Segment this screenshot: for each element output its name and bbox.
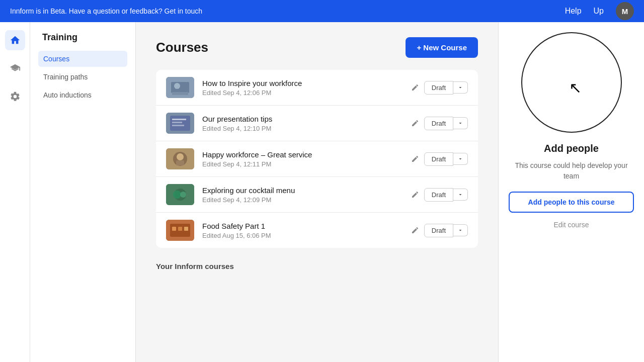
- courses-header: Courses + New Course: [156, 37, 478, 58]
- sidebar-home-icon[interactable]: [5, 30, 25, 50]
- right-panel: ↖ Add people This course could help deve…: [498, 22, 644, 362]
- banner-text: Innform is in Beta. Have a question or f…: [10, 7, 202, 15]
- course-thumbnail: [166, 220, 194, 241]
- add-people-description: This course could help develop your team: [509, 160, 634, 182]
- help-link[interactable]: Help: [565, 7, 582, 16]
- svg-rect-7: [172, 122, 182, 123]
- icon-sidebar: [0, 22, 30, 362]
- status-badge[interactable]: Draft: [424, 117, 453, 130]
- course-thumbnail: [166, 113, 194, 134]
- page-title: Courses: [156, 40, 208, 55]
- course-info: Exploring our cocktail menu Edited Sep 4…: [202, 186, 401, 204]
- svg-rect-6: [172, 119, 186, 120]
- nav-section-title: Training: [38, 32, 127, 43]
- course-actions: Draft: [409, 152, 468, 166]
- status-dropdown-button[interactable]: [453, 224, 468, 236]
- main-content: Courses + New Course How to Inspire your…: [136, 22, 498, 362]
- status-badge[interactable]: Draft: [424, 152, 453, 166]
- sidebar-settings-icon[interactable]: [5, 86, 25, 107]
- svg-rect-1: [171, 82, 189, 93]
- course-edit-button[interactable]: [409, 224, 421, 236]
- status-dropdown-button[interactable]: [453, 189, 468, 201]
- top-banner: Innform is in Beta. Have a question or f…: [0, 0, 644, 22]
- course-name: Our presentation tips: [202, 115, 401, 123]
- your-innform-label: Your Innform courses: [156, 262, 478, 270]
- course-item: Food Safety Part 1 Edited Aug 15, 6:06 P…: [156, 213, 478, 248]
- cursor-illustration: ↖: [521, 32, 622, 133]
- course-item: How to Inspire your workforce Edited Sep…: [156, 70, 478, 106]
- course-edit-button[interactable]: [409, 189, 421, 201]
- course-thumbnail: [166, 184, 194, 205]
- course-list: How to Inspire your workforce Edited Sep…: [156, 70, 478, 248]
- status-badge-wrap: Draft: [424, 152, 468, 166]
- course-name: Exploring our cocktail menu: [202, 186, 401, 195]
- course-info: Our presentation tips Edited Sep 4, 12:1…: [202, 115, 401, 132]
- svg-rect-12: [176, 160, 184, 165]
- course-actions: Draft: [409, 224, 468, 237]
- course-thumbnail: [166, 77, 194, 98]
- status-dropdown-button[interactable]: [453, 153, 468, 165]
- course-edited: Edited Aug 15, 6:06 PM: [202, 232, 401, 239]
- course-edited: Edited Sep 4, 12:11 PM: [202, 160, 401, 168]
- course-item: Our presentation tips Edited Sep 4, 12:1…: [156, 106, 478, 141]
- course-info: Happy workforce – Great service Edited S…: [202, 150, 401, 168]
- add-people-title: Add people: [544, 143, 599, 154]
- course-item: Exploring our cocktail menu Edited Sep 4…: [156, 177, 478, 213]
- add-people-button[interactable]: Add people to this course: [509, 192, 634, 213]
- course-edit-button[interactable]: [409, 81, 421, 94]
- status-badge[interactable]: Draft: [424, 188, 453, 202]
- edit-course-link[interactable]: Edit course: [553, 221, 589, 229]
- svg-rect-8: [172, 125, 184, 126]
- status-badge[interactable]: Draft: [424, 81, 453, 95]
- upgrade-link[interactable]: Up: [594, 7, 604, 16]
- status-dropdown-button[interactable]: [453, 81, 468, 94]
- status-badge-wrap: Draft: [424, 81, 468, 95]
- course-actions: Draft: [409, 81, 468, 95]
- course-edited: Edited Sep 4, 12:10 PM: [202, 125, 401, 132]
- course-name: Happy workforce – Great service: [202, 150, 401, 159]
- status-badge-wrap: Draft: [424, 117, 468, 130]
- user-avatar[interactable]: M: [616, 2, 634, 20]
- sidebar-training-icon[interactable]: [5, 58, 25, 78]
- svg-point-16: [180, 192, 186, 198]
- course-edit-button[interactable]: [409, 153, 421, 165]
- course-edited: Edited Sep 4, 12:09 PM: [202, 196, 401, 204]
- status-badge-wrap: Draft: [424, 188, 468, 202]
- status-badge[interactable]: Draft: [424, 224, 453, 237]
- status-dropdown-button[interactable]: [453, 117, 468, 129]
- svg-rect-20: [178, 227, 182, 231]
- course-info: Food Safety Part 1 Edited Aug 15, 6:06 P…: [202, 222, 401, 239]
- status-badge-wrap: Draft: [424, 224, 468, 237]
- svg-rect-3: [172, 92, 188, 95]
- course-edit-button[interactable]: [409, 117, 421, 129]
- sidebar-item-training-paths[interactable]: Training paths: [38, 69, 127, 85]
- course-info: How to Inspire your workforce Edited Sep…: [202, 79, 401, 97]
- svg-rect-21: [184, 227, 188, 231]
- svg-point-15: [173, 191, 181, 199]
- course-item: Happy workforce – Great service Edited S…: [156, 141, 478, 177]
- course-name: How to Inspire your workforce: [202, 79, 401, 87]
- svg-point-11: [177, 153, 184, 160]
- course-actions: Draft: [409, 188, 468, 202]
- course-actions: Draft: [409, 117, 468, 130]
- course-thumbnail: [166, 148, 194, 169]
- svg-rect-19: [172, 227, 176, 231]
- course-edited: Edited Sep 4, 12:06 PM: [202, 89, 401, 97]
- sidebar-item-auto-inductions[interactable]: Auto inductions: [38, 87, 127, 103]
- new-course-button[interactable]: + New Course: [406, 37, 478, 58]
- svg-point-2: [174, 83, 180, 89]
- course-name: Food Safety Part 1: [202, 222, 401, 230]
- nav-sidebar: Training Courses Training paths Auto ind…: [30, 22, 136, 362]
- sidebar-item-courses[interactable]: Courses: [38, 51, 127, 67]
- cursor-icon: ↖: [569, 79, 582, 97]
